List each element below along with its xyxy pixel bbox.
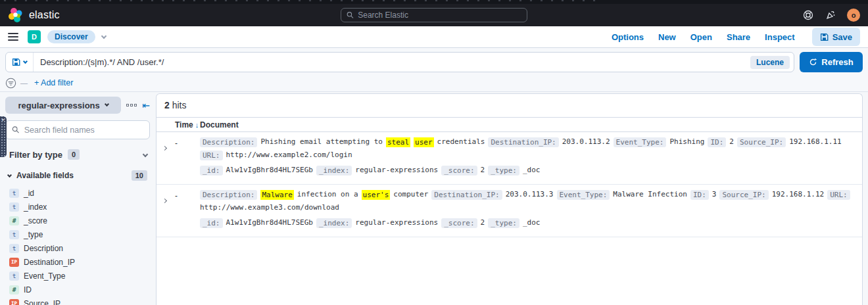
doc-field-badge: ID: <box>690 190 709 200</box>
elastic-logo-icon <box>8 7 24 23</box>
time-cell: - <box>175 137 200 180</box>
doc-field-value: Alw1vIgBhr8d4HL7SEGb <box>226 165 313 176</box>
field-name: Source_IP <box>24 299 60 305</box>
doc-field-badge: _type: <box>488 166 519 176</box>
help-icon[interactable] <box>802 9 814 21</box>
open-link[interactable]: Open <box>690 32 712 42</box>
doc-field-badge: URL: <box>827 190 850 200</box>
results-rows: -Description:Phishing email attempting t… <box>157 132 862 237</box>
doc-field-value: A1w1vIgBhr8d4HL7SEGb <box>226 218 313 228</box>
hits-number: 2 <box>164 100 170 110</box>
field-type-icon: t <box>9 189 19 198</box>
field-item-_index[interactable]: t_index <box>5 200 150 214</box>
new-link[interactable]: New <box>658 32 676 42</box>
sort-descending-icon[interactable]: ↓ <box>195 121 199 129</box>
field-settings-icon[interactable] <box>126 104 137 106</box>
doc-field-badge: _id: <box>200 218 223 228</box>
document-row: -Description:Phishing email attempting t… <box>157 132 862 185</box>
inspect-link[interactable]: Inspect <box>765 32 795 42</box>
doc-field-value: http://www.example2.com/login <box>226 150 352 160</box>
field-name: ID <box>24 285 32 294</box>
doc-field-value: regular-expressions <box>355 165 438 176</box>
global-search[interactable] <box>341 8 527 22</box>
menu-icon[interactable] <box>8 33 18 41</box>
user-avatar[interactable]: o <box>847 9 860 22</box>
field-item-Source_IP[interactable]: IPSource_IP <box>5 296 150 305</box>
doc-field-badge: _type: <box>488 218 519 228</box>
field-type-icon: t <box>9 202 19 212</box>
field-item-_score[interactable]: #_score <box>5 214 150 227</box>
logo-text: elastic <box>29 9 60 21</box>
share-link[interactable]: Share <box>727 32 750 42</box>
field-name: Destination_IP <box>24 258 75 267</box>
doc-field-value: _doc <box>523 165 541 176</box>
index-pattern-select[interactable]: regular-expressions <box>5 97 121 114</box>
filter-by-type[interactable]: Filter by type 0 <box>5 145 150 164</box>
doc-field-badge: _index: <box>316 166 352 176</box>
doc-field-badge: _score: <box>441 218 477 228</box>
doc-field-badge: Event_Type: <box>614 137 667 147</box>
breadcrumb-chevron-icon[interactable] <box>101 33 106 38</box>
save-icon <box>820 33 829 41</box>
field-type-icon: IP <box>9 299 19 305</box>
query-input[interactable] <box>34 57 750 67</box>
available-fields-chevron-icon <box>7 172 12 177</box>
search-icon <box>347 11 354 19</box>
doc-field-value: Phishing email attempting to <box>260 137 382 147</box>
doc-highlight: user <box>414 137 434 147</box>
hits-label: hits <box>172 100 187 110</box>
collapsed-panel-toggle[interactable]: ▸ <box>0 116 7 157</box>
field-search-input[interactable] <box>24 126 143 135</box>
index-pattern-label: regular-expressions <box>18 101 99 110</box>
field-item-Description[interactable]: tDescription <box>5 241 150 255</box>
time-column-header[interactable]: Time <box>175 120 193 129</box>
elastic-logo[interactable]: elastic <box>8 7 60 23</box>
query-language-badge[interactable]: Lucene <box>750 56 790 69</box>
field-type-icon: t <box>9 244 19 253</box>
field-search[interactable] <box>5 120 150 139</box>
doc-field-value: 203.0.113.3 <box>506 189 554 200</box>
results-table-header: Time ↓ Document <box>157 118 862 132</box>
doc-field-value: http://www.example3.com/download <box>200 202 339 213</box>
collapse-sidebar-icon[interactable]: ⇤ <box>142 101 150 110</box>
search-icon <box>12 126 20 134</box>
expand-row-icon[interactable] <box>162 199 167 203</box>
news-feed-icon[interactable] <box>825 9 836 21</box>
doc-field-value: infection on a <box>297 189 358 200</box>
save-button[interactable]: Save <box>812 28 860 46</box>
doc-field-value: computer <box>393 189 428 200</box>
saved-query-menu-button[interactable] <box>6 53 34 72</box>
refresh-label: Refresh <box>821 57 853 67</box>
fields-sidebar: regular-expressions ⇤ Filter by type 0 A… <box>0 92 153 305</box>
options-link[interactable]: Options <box>612 32 644 42</box>
breadcrumb-discover[interactable]: Discover <box>47 30 95 43</box>
add-filter-button[interactable]: + Add filter <box>34 78 73 87</box>
query-input-wrapper: Lucene <box>5 52 794 72</box>
field-item-Destination_IP[interactable]: IPDestination_IP <box>5 255 150 269</box>
results-card: 2 hits Time ↓ Document -Description:Phis… <box>156 93 863 305</box>
available-fields-header[interactable]: Available fields 10 <box>5 170 150 181</box>
field-item-Event_Type[interactable]: tEvent_Type <box>5 269 150 283</box>
space-badge[interactable]: D <box>28 30 41 43</box>
saved-query-chevron-icon <box>23 59 28 64</box>
field-name: _index <box>24 202 47 212</box>
document-cell: Description:Phishing email attempting to… <box>200 137 862 180</box>
filter-icon[interactable] <box>5 78 16 89</box>
field-item-_type[interactable]: t_type <box>5 227 150 241</box>
doc-highlight: Malware <box>260 190 293 200</box>
field-type-icon: # <box>9 285 19 294</box>
refresh-button[interactable]: Refresh <box>800 52 863 72</box>
doc-field-value: Malware Infection <box>613 189 687 200</box>
doc-field-value: regular-expressions <box>355 218 438 228</box>
field-name: Description <box>24 244 63 253</box>
filter-by-type-label: Filter by type <box>9 150 62 160</box>
doc-highlight: steal <box>386 137 410 147</box>
global-search-input[interactable] <box>358 11 521 20</box>
field-item-_id[interactable]: t_id <box>5 186 150 200</box>
expand-row-icon[interactable] <box>162 146 167 151</box>
field-item-ID[interactable]: #ID <box>5 283 150 296</box>
filter-by-type-chevron-icon <box>143 152 148 157</box>
doc-field-badge: URL: <box>200 151 223 160</box>
document-row: -Description:Malwareinfection on auser's… <box>157 185 862 237</box>
filter-bar-dash: — <box>20 79 28 87</box>
